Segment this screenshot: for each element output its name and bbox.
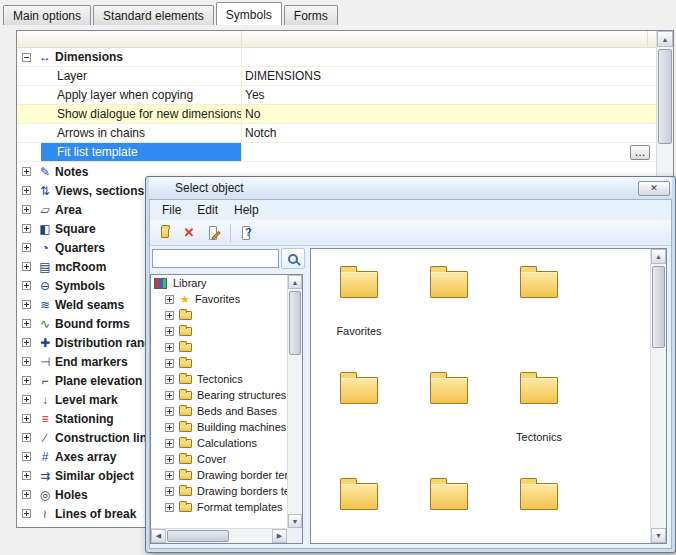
expand-icon[interactable] xyxy=(165,455,174,464)
expand-icon[interactable] xyxy=(165,423,174,432)
tree-horizontal-scrollbar[interactable]: ◀ ▶ xyxy=(151,528,287,543)
scroll-up-icon[interactable]: ▲ xyxy=(288,275,302,289)
library-item-folder[interactable] xyxy=(151,323,287,339)
library-item-folder[interactable] xyxy=(151,307,287,323)
expand-icon[interactable] xyxy=(22,224,31,233)
tree-item-label: Similar object xyxy=(55,469,134,483)
expand-icon[interactable] xyxy=(22,243,31,252)
expand-icon[interactable] xyxy=(22,414,31,423)
expand-icon[interactable] xyxy=(22,376,31,385)
grid-folder-unnamed[interactable] xyxy=(317,477,401,544)
library-item-cover[interactable]: Cover xyxy=(151,451,287,467)
properties-icon xyxy=(209,226,217,240)
close-button[interactable]: ✕ xyxy=(638,181,670,196)
collapse-icon[interactable] xyxy=(22,53,31,62)
scroll-up-icon[interactable]: ▲ xyxy=(651,249,666,264)
menu-file[interactable]: File xyxy=(154,201,189,219)
help-button[interactable]: ? xyxy=(235,223,257,243)
expand-icon[interactable] xyxy=(165,327,174,336)
expand-icon[interactable] xyxy=(22,338,31,347)
grid-folder-favorites[interactable]: Favorites xyxy=(317,265,401,365)
library-item-folder[interactable] xyxy=(151,355,287,371)
new-folder-button[interactable] xyxy=(154,223,176,243)
property-row-show-dialogue-for-new-dimensions[interactable]: Show dialogue for new dimensionsNo xyxy=(17,105,656,124)
expand-icon[interactable] xyxy=(165,503,174,512)
expand-icon[interactable] xyxy=(22,300,31,309)
expand-icon[interactable] xyxy=(165,407,174,416)
expand-icon[interactable] xyxy=(165,359,174,368)
expand-icon[interactable] xyxy=(165,295,174,304)
library-root[interactable]: Library xyxy=(151,275,287,291)
expand-icon[interactable] xyxy=(22,281,31,290)
menu-help[interactable]: Help xyxy=(226,201,267,219)
expand-icon[interactable] xyxy=(22,186,31,195)
expand-icon[interactable] xyxy=(22,433,31,442)
property-row-layer[interactable]: LayerDIMENSIONS xyxy=(17,67,656,86)
dialog-titlebar[interactable]: Select object ✕ xyxy=(149,177,672,199)
property-row-fit-list-template[interactable]: Fit list template… xyxy=(17,143,656,162)
scroll-up-icon[interactable]: ▲ xyxy=(657,31,673,47)
library-item-drawing-borders-templates[interactable]: Drawing borders templates xyxy=(151,483,287,499)
library-item-bearing-structures[interactable]: Bearing structures xyxy=(151,387,287,403)
tree-node-dimensions[interactable]: ↔Dimensions xyxy=(17,48,656,67)
delete-button[interactable]: ✕ xyxy=(178,223,200,243)
scroll-down-icon[interactable]: ▼ xyxy=(288,514,302,528)
expand-icon[interactable] xyxy=(165,375,174,384)
expand-icon[interactable] xyxy=(165,343,174,352)
property-value[interactable]: Notch xyxy=(245,126,654,140)
expand-icon[interactable] xyxy=(165,391,174,400)
search-button[interactable] xyxy=(281,248,305,269)
property-value[interactable]: No xyxy=(245,107,654,121)
property-value[interactable]: Yes xyxy=(245,88,654,102)
expand-icon[interactable] xyxy=(22,490,31,499)
library-item-tectonics[interactable]: Tectonics xyxy=(151,371,287,387)
library-item-folder[interactable] xyxy=(151,339,287,355)
expand-icon[interactable] xyxy=(22,509,31,518)
expand-icon[interactable] xyxy=(22,319,31,328)
grid-folder-unnamed[interactable] xyxy=(317,371,401,471)
tab-standard-elements[interactable]: Standard elements xyxy=(93,5,214,25)
scroll-thumb[interactable] xyxy=(652,266,665,348)
browse-button[interactable]: … xyxy=(630,145,650,160)
library-item-building-machines[interactable]: Building machines xyxy=(151,419,287,435)
grid-folder-unnamed[interactable] xyxy=(407,477,491,544)
expand-icon[interactable] xyxy=(165,311,174,320)
expand-icon[interactable] xyxy=(22,452,31,461)
tab-forms[interactable]: Forms xyxy=(284,5,338,25)
property-value[interactable]: DIMENSIONS xyxy=(245,69,654,83)
expand-icon[interactable] xyxy=(22,357,31,366)
scroll-down-icon[interactable]: ▼ xyxy=(651,528,666,543)
grid-folder-unnamed[interactable] xyxy=(497,265,581,365)
expand-icon[interactable] xyxy=(165,439,174,448)
grid-folder-unnamed[interactable] xyxy=(497,477,581,544)
library-item-beds-and-bases[interactable]: Beds and Bases xyxy=(151,403,287,419)
properties-button[interactable] xyxy=(202,223,224,243)
scroll-thumb[interactable] xyxy=(289,291,301,355)
library-item-calculations[interactable]: Calculations xyxy=(151,435,287,451)
grid-folder-tectonics[interactable]: Tectonics xyxy=(497,371,581,471)
grid-vertical-scrollbar[interactable]: ▲ ▼ xyxy=(650,249,666,543)
tab-symbols[interactable]: Symbols xyxy=(216,2,282,25)
scroll-right-icon[interactable]: ▶ xyxy=(272,529,287,543)
library-item-favorites[interactable]: ★Favorites xyxy=(151,291,287,307)
scroll-thumb[interactable] xyxy=(658,49,672,144)
expand-icon[interactable] xyxy=(22,205,31,214)
expand-icon[interactable] xyxy=(165,487,174,496)
grid-folder-unnamed[interactable] xyxy=(407,371,491,471)
menu-edit[interactable]: Edit xyxy=(189,201,226,219)
property-row-apply-layer-when-copying[interactable]: Apply layer when copyingYes xyxy=(17,86,656,105)
expand-icon[interactable] xyxy=(22,471,31,480)
expand-icon[interactable] xyxy=(22,262,31,271)
expand-icon[interactable] xyxy=(22,395,31,404)
library-item-format-templates[interactable]: Format templates xyxy=(151,499,287,515)
scroll-left-icon[interactable]: ◀ xyxy=(151,529,166,543)
grid-folder-unnamed[interactable] xyxy=(407,265,491,365)
tab-main-options[interactable]: Main options xyxy=(3,5,91,25)
scroll-thumb[interactable] xyxy=(167,530,229,542)
search-input[interactable] xyxy=(152,249,279,268)
property-row-arrows-in-chains[interactable]: Arrows in chainsNotch xyxy=(17,124,656,143)
expand-icon[interactable] xyxy=(22,167,31,176)
library-item-drawing-border-templates[interactable]: Drawing border templates xyxy=(151,467,287,483)
expand-icon[interactable] xyxy=(165,471,174,480)
tree-vertical-scrollbar[interactable]: ▲ ▼ xyxy=(287,275,302,528)
